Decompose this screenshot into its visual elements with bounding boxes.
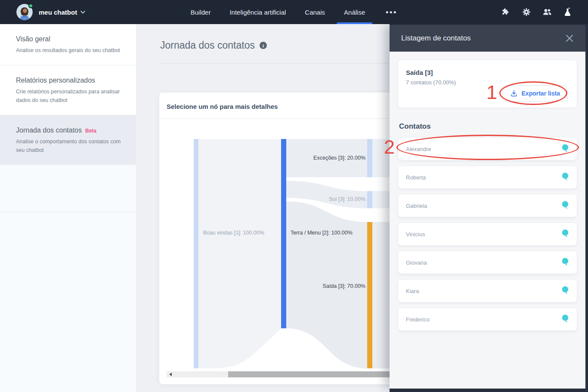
chat-bubble-icon[interactable] [562, 286, 569, 296]
top-navbar: meu chatbot Builder Inteligência artific… [0, 0, 588, 24]
contacts-panel: Listagem de contatos Saída [3] 7 contato… [390, 25, 585, 389]
navbar-actions [500, 0, 573, 24]
chat-bubble-icon[interactable] [562, 201, 569, 211]
contact-row-giovana[interactable]: Giovana [398, 251, 577, 274]
sidebar-spacer [0, 165, 136, 212]
navbar-left: meu chatbot [0, 4, 85, 20]
flask-icon[interactable] [562, 6, 573, 18]
main-nav: Builder Inteligência artificial Canais A… [191, 0, 398, 24]
panel-title: Listagem de contatos [401, 34, 471, 43]
contact-name: Gabriela [406, 203, 427, 209]
selected-node-card: Saída [3] 7 contatos (70.00%) Exportar l… [398, 60, 577, 108]
page-title: Jornada dos contatos [160, 40, 255, 51]
node-card-title: Saída [3] [406, 69, 569, 76]
sankey-label-terra-menu: Terra / Menu [2]: 100.00% [291, 230, 353, 236]
sidebar-item-relatorios[interactable]: Relatórios personalizados Crie relatório… [0, 65, 136, 115]
contact-row-roberta[interactable]: Roberta [398, 166, 577, 188]
chat-bubble-icon[interactable] [562, 144, 569, 154]
contact-row-kiara[interactable]: Kiara [398, 280, 577, 302]
chat-bubble-icon[interactable] [562, 173, 569, 182]
contacts-panel-header: Listagem de contatos [390, 25, 585, 52]
node-card-count: 7 contatos (70.00%) [406, 79, 569, 86]
chevron-down-icon [80, 11, 85, 14]
close-icon[interactable] [565, 34, 574, 43]
sankey-label-boas-vindas: Boas vindas [1]: 100.00% [203, 230, 264, 236]
gear-icon[interactable] [521, 6, 532, 18]
sidebar-item-description: Crie relatórios personalizados para anal… [16, 88, 123, 105]
sankey-node-sol[interactable] [367, 191, 372, 208]
contact-row-vinicius[interactable]: Vinicius [398, 223, 577, 245]
sidebar-fill [0, 212, 136, 392]
analytics-sidebar: Visão geral Analise os resultados gerais… [0, 24, 136, 392]
people-icon[interactable] [542, 6, 553, 18]
export-list-button[interactable]: Exportar lista [503, 85, 567, 102]
avatar[interactable] [16, 4, 33, 20]
contact-row-frederico[interactable]: Frederico [398, 308, 577, 330]
nav-inteligencia-artificial[interactable]: Inteligência artificial [229, 0, 286, 24]
page: meu chatbot Builder Inteligência artific… [0, 0, 588, 392]
bot-name-label: meu chatbot [39, 9, 77, 16]
chat-bubble-icon[interactable] [562, 315, 569, 324]
sidebar-item-jornada[interactable]: Jornada dos contatosBeta Analise o compo… [0, 115, 136, 165]
info-icon[interactable]: i [260, 42, 267, 49]
sidebar-item-title: Relatórios personalizados [16, 77, 123, 84]
contact-row-alexandre[interactable]: Alexandre [398, 138, 577, 160]
contact-name: Vinicius [406, 231, 425, 238]
contact-name: Frederico [406, 316, 430, 323]
contact-name: Alexandre [406, 146, 431, 152]
sankey-node-excecoes[interactable] [367, 139, 372, 177]
export-list-label: Exportar lista [522, 90, 560, 97]
contact-name: Kiara [406, 288, 419, 294]
sidebar-item-description: Analise os resultados gerais do seu chat… [16, 46, 123, 55]
scroll-left-button[interactable] [167, 371, 174, 377]
contact-row-gabriela[interactable]: Gabriela [398, 194, 577, 217]
contact-name: Giovana [406, 259, 427, 266]
sidebar-item-visao-geral[interactable]: Visão geral Analise os resultados gerais… [0, 24, 136, 65]
sidebar-item-title: Visão geral [16, 35, 123, 43]
sankey-label-saida: Saída [3]: 70.00% [323, 283, 365, 289]
contact-name: Roberta [406, 174, 426, 181]
nav-canais[interactable]: Canais [305, 0, 325, 24]
more-menu-icon[interactable] [384, 0, 397, 24]
nav-builder[interactable]: Builder [191, 0, 211, 24]
puzzle-icon[interactable] [500, 6, 511, 18]
chat-bubble-icon[interactable] [562, 258, 569, 268]
beta-badge: Beta [85, 128, 96, 134]
sidebar-item-title: Jornada dos contatosBeta [16, 127, 123, 134]
online-status-dot [28, 3, 33, 8]
download-icon [510, 90, 518, 97]
contacts-panel-body: Saída [3] 7 contatos (70.00%) Exportar l… [390, 52, 585, 389]
sidebar-item-description: Analise o comportamento dos contatos com… [16, 138, 123, 154]
chat-bubble-icon[interactable] [562, 229, 569, 239]
sankey-node-boas-vindas[interactable] [194, 139, 198, 368]
sankey-node-saida[interactable] [367, 222, 372, 368]
nav-analise[interactable]: Análise [344, 0, 365, 24]
bot-selector[interactable]: meu chatbot [39, 9, 85, 16]
sankey-link-boasvindas-terramenu [198, 139, 281, 368]
sankey-label-sol: Sol [3]: 10.00% [329, 196, 365, 202]
sankey-node-terra-menu[interactable] [281, 139, 286, 328]
sankey-label-excecoes: Exceções [3]: 20.00% [313, 155, 365, 161]
contacts-heading: Contatos [399, 122, 576, 131]
